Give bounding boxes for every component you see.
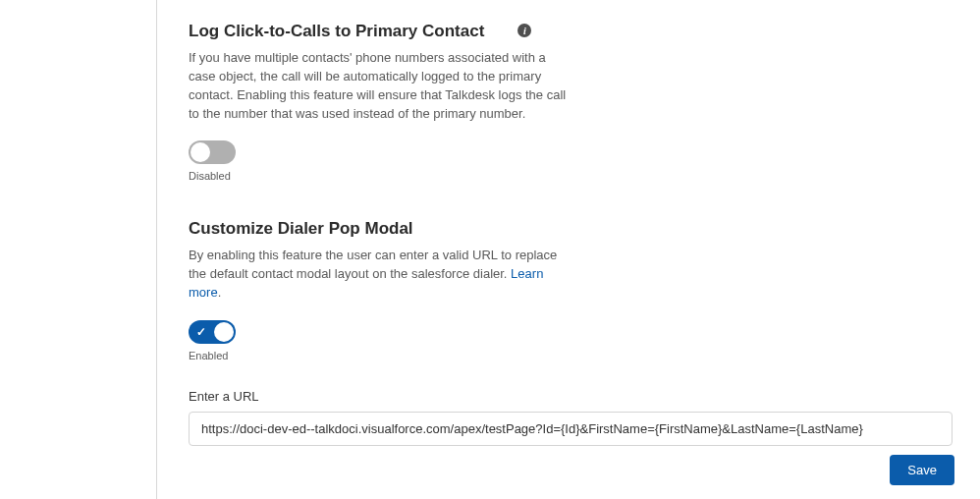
section-title-dialer: Customize Dialer Pop Modal [189,219,953,239]
info-icon[interactable]: i [517,24,531,37]
url-input-label: Enter a URL [189,389,953,404]
toggle-log-calls[interactable] [189,140,236,164]
section-customize-dialer: Customize Dialer Pop Modal By enabling t… [189,219,953,446]
toggle-state-label-dialer: Enabled [189,350,953,361]
toggle-dialer-pop[interactable]: ✓ [189,320,236,344]
toggle-knob [214,322,234,342]
main-content: Log Click-to-Calls to Primary Contact i … [157,0,980,499]
section-description-log-calls: If you have multiple contacts' phone num… [189,49,572,123]
url-input[interactable] [189,412,953,446]
section-description-dialer: By enabling this feature the user can en… [189,247,572,303]
section-title-log-calls: Log Click-to-Calls to Primary Contact [189,22,484,41]
section-log-click-to-calls: Log Click-to-Calls to Primary Contact i … [189,22,953,182]
save-button[interactable]: Save [890,455,954,485]
toggle-state-label-log-calls: Disabled [189,170,953,182]
description-text-dialer: By enabling this feature the user can en… [189,248,557,281]
left-sidebar-spacer [0,0,157,499]
check-icon: ✓ [196,325,206,339]
url-section: Enter a URL [189,389,953,446]
toggle-knob [191,142,210,162]
